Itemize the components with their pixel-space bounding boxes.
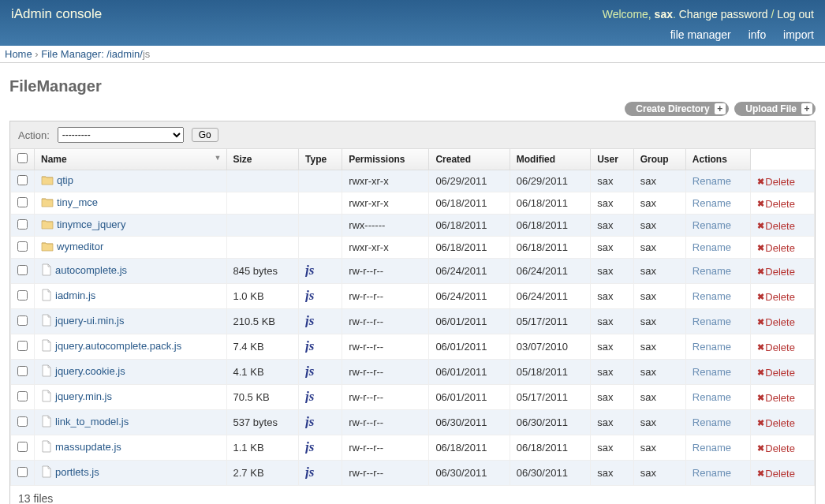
file-name-link[interactable]: tinymce_jquery <box>57 218 125 230</box>
folder-icon <box>41 241 54 254</box>
file-name-link[interactable]: autocomplete.js <box>55 264 127 276</box>
folder-icon <box>41 218 54 232</box>
page-title: FileManager <box>9 77 816 95</box>
file-icon <box>41 415 52 430</box>
cell-modified: 06/30/2011 <box>510 461 590 486</box>
rename-link[interactable]: Rename <box>692 391 731 403</box>
rename-link[interactable]: Rename <box>692 315 731 327</box>
file-name-link[interactable]: iadmin.js <box>55 289 95 301</box>
delete-link[interactable]: ✖Delete <box>757 442 795 454</box>
col-name[interactable]: Name▼ <box>35 149 227 170</box>
cell-group: sax <box>633 309 685 334</box>
rename-link[interactable]: Rename <box>692 197 731 209</box>
col-user[interactable]: User <box>591 149 634 170</box>
rename-link[interactable]: Rename <box>692 366 731 378</box>
rename-link[interactable]: Rename <box>692 341 731 353</box>
upload-file-button[interactable]: Upload File + <box>734 102 816 116</box>
delete-link[interactable]: ✖Delete <box>757 291 795 303</box>
nav-import[interactable]: import <box>783 28 814 41</box>
delete-link[interactable]: ✖Delete <box>757 468 795 480</box>
row-checkbox[interactable] <box>17 290 28 301</box>
row-checkbox[interactable] <box>17 442 28 452</box>
file-name-link[interactable]: link_to_model.js <box>55 416 129 427</box>
logout-link[interactable]: Log out <box>777 8 814 21</box>
row-checkbox[interactable] <box>17 197 28 207</box>
file-name-link[interactable]: jquery-ui.min.js <box>55 315 124 327</box>
svg-text:js: js <box>305 439 315 454</box>
cell-created: 06/18/2011 <box>429 192 510 215</box>
row-checkbox[interactable] <box>17 467 28 477</box>
rename-link[interactable]: Rename <box>692 265 731 277</box>
file-name-link[interactable]: portlets.js <box>55 466 99 478</box>
select-all-checkbox[interactable] <box>17 153 28 163</box>
action-select[interactable]: --------- <box>58 127 184 143</box>
row-checkbox[interactable] <box>17 315 28 326</box>
cell-delete: ✖Delete <box>751 385 815 410</box>
cell-created: 06/01/2011 <box>429 385 510 410</box>
svg-text:js: js <box>305 364 315 378</box>
row-checkbox[interactable] <box>17 219 28 230</box>
file-name-link[interactable]: tiny_mce <box>57 196 98 208</box>
go-button[interactable]: Go <box>192 128 218 142</box>
delete-x-icon: ✖ <box>757 443 764 454</box>
col-group[interactable]: Group <box>633 149 685 170</box>
file-name-link[interactable]: jquery.cookie.js <box>55 365 125 377</box>
bulk-action-bar: Action: --------- Go <box>10 121 815 149</box>
delete-link[interactable]: ✖Delete <box>757 198 795 210</box>
table-row: link_to_model.js537 bytesjsrw-r--r--06/3… <box>11 410 815 435</box>
delete-link[interactable]: ✖Delete <box>757 417 795 429</box>
cell-delete: ✖Delete <box>751 284 815 309</box>
file-name-link[interactable]: massupdate.js <box>55 441 121 453</box>
file-name-link[interactable]: jquery.autocomplete.pack.js <box>55 340 181 352</box>
welcome-text: Welcome, <box>603 8 655 21</box>
user-links: Welcome, sax. Change password / Log out <box>603 8 814 21</box>
rename-link[interactable]: Rename <box>692 467 731 479</box>
file-name-link[interactable]: wymeditor <box>57 241 103 252</box>
rename-link[interactable]: Rename <box>692 219 731 231</box>
cell-size: 210.5 KB <box>226 309 299 334</box>
rename-link[interactable]: Rename <box>692 416 731 428</box>
file-name-link[interactable]: jquery.min.js <box>55 390 112 402</box>
cell-group: sax <box>633 334 685 360</box>
file-name-link[interactable]: qtip <box>57 174 73 186</box>
row-checkbox[interactable] <box>17 175 28 185</box>
delete-link[interactable]: ✖Delete <box>757 242 795 254</box>
rename-link[interactable]: Rename <box>692 241 731 253</box>
col-created[interactable]: Created <box>429 149 510 170</box>
create-directory-button[interactable]: Create Directory + <box>625 102 728 116</box>
cell-actions: Rename <box>685 385 751 410</box>
nav-file-manager[interactable]: file manager <box>670 28 731 41</box>
rename-link[interactable]: Rename <box>692 290 731 302</box>
cell-size: 537 bytes <box>226 410 299 435</box>
row-checkbox[interactable] <box>17 366 28 376</box>
row-checkbox[interactable] <box>17 416 28 427</box>
row-checkbox[interactable] <box>17 341 28 351</box>
row-checkbox[interactable] <box>17 265 28 275</box>
cell-type: js <box>299 334 342 360</box>
file-table: Name▼ Size Type Permissions Created Modi… <box>10 149 815 486</box>
delete-link[interactable]: ✖Delete <box>757 266 795 278</box>
nav-info[interactable]: info <box>748 28 767 41</box>
delete-link[interactable]: ✖Delete <box>757 342 795 353</box>
row-checkbox[interactable] <box>17 241 28 252</box>
col-modified[interactable]: Modified <box>510 149 590 170</box>
cell-size: 70.5 KB <box>226 385 299 410</box>
delete-link[interactable]: ✖Delete <box>757 316 795 328</box>
row-checkbox[interactable] <box>17 391 28 401</box>
col-type[interactable]: Type <box>299 149 342 170</box>
rename-link[interactable]: Rename <box>692 175 731 187</box>
col-size[interactable]: Size <box>226 149 299 170</box>
rename-link[interactable]: Rename <box>692 442 731 454</box>
file-count: 13 files <box>10 486 815 504</box>
col-permissions[interactable]: Permissions <box>342 149 429 170</box>
delete-link[interactable]: ✖Delete <box>757 176 795 188</box>
delete-link[interactable]: ✖Delete <box>757 220 795 232</box>
cell-group: sax <box>633 385 685 410</box>
breadcrumb-home[interactable]: Home <box>5 48 32 60</box>
breadcrumb-fm[interactable]: File Manager: /iadmin/ <box>41 48 143 60</box>
change-password-link[interactable]: Change password <box>679 8 768 21</box>
sort-desc-icon: ▼ <box>215 154 222 162</box>
delete-link[interactable]: ✖Delete <box>757 392 795 404</box>
cell-type <box>299 215 342 237</box>
delete-link[interactable]: ✖Delete <box>757 367 795 379</box>
